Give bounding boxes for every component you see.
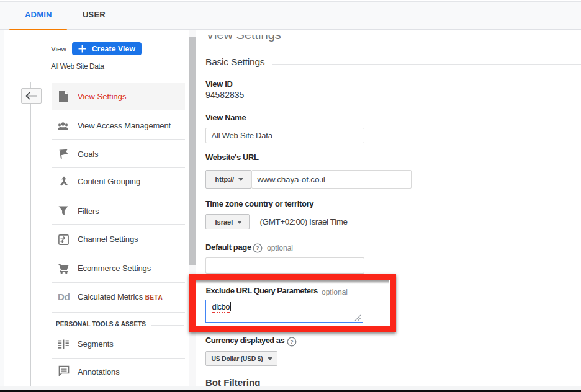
- svg-text:?: ?: [256, 244, 259, 251]
- svg-text:?: ?: [290, 338, 294, 345]
